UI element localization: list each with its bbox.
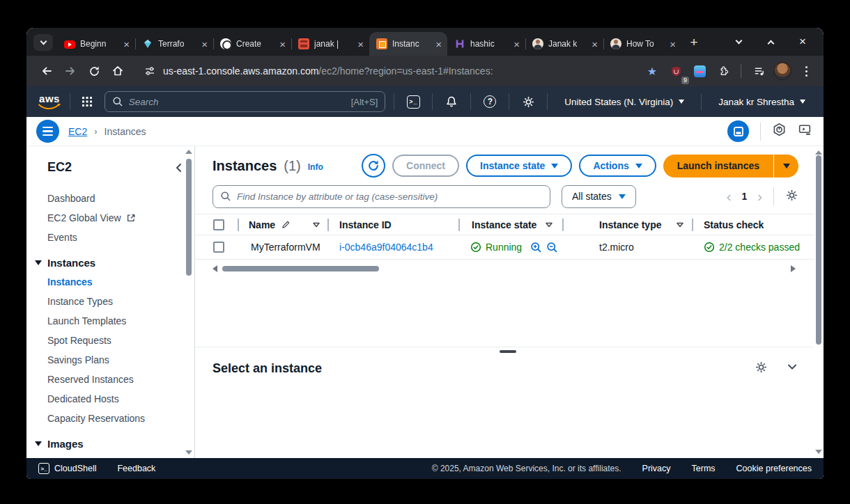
bookmark-star-icon[interactable]: ★ bbox=[642, 61, 663, 81]
column-header-instance-state[interactable]: Instance state bbox=[472, 214, 536, 235]
extension-icon[interactable] bbox=[689, 61, 710, 81]
account-menu[interactable]: Janak kr Shrestha bbox=[710, 97, 814, 107]
sidebar-item-dedicated-hosts[interactable]: Dedicated Hosts bbox=[47, 389, 194, 409]
tab-close-icon[interactable]: × bbox=[122, 39, 131, 49]
sidebar-item-launch-templates[interactable]: Launch Templates bbox=[47, 311, 194, 331]
browser-tab[interactable]: Beginn × bbox=[57, 32, 135, 56]
home-button[interactable] bbox=[107, 61, 128, 81]
hexagon-clock-icon[interactable] bbox=[772, 123, 787, 140]
tab-close-icon[interactable]: × bbox=[200, 39, 209, 49]
row-checkbox[interactable] bbox=[213, 235, 224, 259]
cookie-preferences-link[interactable]: Cookie preferences bbox=[736, 464, 812, 473]
sidebar-item-instance-types[interactable]: Instance Types bbox=[47, 292, 194, 311]
new-tab-button[interactable]: + bbox=[684, 33, 704, 52]
ublock-extension-icon[interactable]: 9 bbox=[665, 61, 686, 81]
launch-instances-dropdown[interactable] bbox=[773, 155, 798, 178]
aws-search-bar[interactable]: [Alt+S] bbox=[105, 91, 386, 112]
window-minimize-button[interactable] bbox=[732, 35, 745, 49]
tab-close-icon[interactable]: × bbox=[434, 39, 443, 49]
info-link[interactable]: Info bbox=[308, 162, 323, 172]
browser-menu-icon[interactable] bbox=[796, 61, 817, 81]
scroll-right-icon[interactable] bbox=[791, 265, 796, 272]
instance-table-row[interactable]: MyTerraformVM i-0cb46a9f04064c1b4 Runnin… bbox=[195, 235, 814, 260]
table-preferences-gear-icon[interactable] bbox=[785, 189, 798, 205]
menu-hamburger-icon[interactable] bbox=[36, 120, 59, 143]
help-icon[interactable]: ? bbox=[479, 95, 500, 108]
aws-logo[interactable]: aws bbox=[38, 94, 61, 110]
extensions-puzzle-icon[interactable] bbox=[713, 61, 734, 81]
breadcrumb-root-link[interactable]: EC2 bbox=[68, 126, 87, 137]
sort-icon[interactable] bbox=[311, 214, 322, 235]
sidebar-section-images[interactable]: Images bbox=[47, 434, 194, 453]
column-header-instance-id[interactable]: Instance ID bbox=[339, 214, 392, 235]
sort-icon[interactable] bbox=[543, 214, 555, 235]
browser-tab[interactable]: hashic × bbox=[447, 32, 525, 56]
scroll-up-icon[interactable] bbox=[185, 150, 192, 154]
select-all-checkbox[interactable] bbox=[213, 214, 224, 235]
sidebar-item-events[interactable]: Events bbox=[47, 228, 194, 247]
tab-close-icon[interactable]: × bbox=[278, 39, 287, 49]
browser-tab[interactable]: How To × bbox=[603, 32, 681, 56]
zoom-in-icon[interactable] bbox=[530, 242, 542, 253]
scrollbar-thumb[interactable] bbox=[816, 155, 821, 345]
tab-search-button[interactable] bbox=[33, 34, 53, 51]
scroll-down-icon[interactable] bbox=[185, 450, 192, 455]
window-close-button[interactable]: × bbox=[796, 35, 810, 49]
next-page-button[interactable]: › bbox=[757, 189, 762, 203]
scroll-down-icon[interactable] bbox=[815, 450, 822, 454]
tab-close-icon[interactable]: × bbox=[512, 39, 521, 49]
tab-close-icon[interactable]: × bbox=[590, 39, 599, 49]
scroll-left-icon[interactable] bbox=[212, 265, 217, 272]
region-selector[interactable]: United States (N. Virginia) bbox=[556, 97, 693, 107]
scroll-up-icon[interactable] bbox=[815, 150, 822, 155]
sidebar-collapse-icon[interactable] bbox=[173, 162, 185, 173]
scrollbar-thumb[interactable] bbox=[186, 159, 192, 276]
zoom-out-icon[interactable] bbox=[546, 242, 558, 253]
sidebar-item-spot-requests[interactable]: Spot Requests bbox=[47, 331, 194, 350]
state-filter-dropdown[interactable]: All states bbox=[562, 185, 636, 208]
terms-link[interactable]: Terms bbox=[692, 464, 716, 473]
sidebar-item-ec2-global-view[interactable]: EC2 Global View bbox=[47, 208, 194, 228]
notifications-bell-icon[interactable] bbox=[441, 95, 462, 108]
sidebar-item-capacity-reservations[interactable]: Capacity Reservations bbox=[47, 409, 194, 428]
cloudshell-icon[interactable]: >_ bbox=[403, 95, 424, 109]
settings-gear-icon[interactable] bbox=[518, 95, 539, 109]
panel-drag-handle[interactable] bbox=[500, 350, 516, 353]
privacy-link[interactable]: Privacy bbox=[642, 464, 671, 473]
forward-button[interactable] bbox=[60, 61, 81, 81]
connect-button[interactable]: Connect bbox=[392, 155, 459, 177]
tab-close-icon[interactable]: × bbox=[356, 39, 365, 49]
panel-expand-chevron-icon[interactable] bbox=[786, 361, 798, 376]
browser-tab[interactable]: Janak k × bbox=[525, 32, 603, 56]
sidebar-item-savings-plans[interactable]: Savings Plans bbox=[47, 350, 194, 370]
cloudshell-button[interactable]: >_ CloudShell bbox=[38, 463, 96, 474]
tab-close-icon[interactable]: × bbox=[668, 39, 677, 49]
sidebar-item-instances[interactable]: Instances bbox=[47, 272, 194, 292]
browser-tab[interactable]: Create × bbox=[213, 32, 291, 56]
vertical-scrollbar[interactable] bbox=[815, 148, 822, 456]
column-header-status-check[interactable]: Status check bbox=[704, 214, 764, 235]
reload-button[interactable] bbox=[84, 61, 105, 81]
browser-tab[interactable]: janak | × bbox=[291, 32, 369, 56]
profile-avatar[interactable] bbox=[772, 61, 793, 81]
actions-button[interactable]: Actions bbox=[579, 155, 656, 177]
panel-preferences-gear-icon[interactable] bbox=[755, 361, 768, 377]
browser-tab-active[interactable]: Instanc × bbox=[369, 32, 447, 56]
column-header-instance-type[interactable]: Instance type bbox=[599, 214, 661, 235]
horizontal-scrollbar[interactable] bbox=[212, 265, 796, 272]
reading-list-icon[interactable] bbox=[748, 61, 769, 81]
instance-id-link[interactable]: i-0cb46a9f04064c1b4 bbox=[339, 235, 433, 259]
remote-screen-icon[interactable] bbox=[798, 123, 812, 140]
instance-state-button[interactable]: Instance state bbox=[466, 155, 572, 177]
sort-icon[interactable] bbox=[674, 214, 686, 235]
aws-search-input[interactable] bbox=[129, 97, 346, 107]
sidebar-section-instances[interactable]: Instances bbox=[47, 253, 194, 272]
prev-page-button[interactable]: ‹ bbox=[727, 189, 732, 203]
column-header-name[interactable]: Name bbox=[249, 214, 291, 235]
browser-tab[interactable]: Terrafo × bbox=[135, 32, 213, 56]
sidebar-item-reserved-instances[interactable]: Reserved Instances bbox=[47, 370, 194, 389]
window-maximize-button[interactable] bbox=[764, 35, 778, 49]
address-bar[interactable]: us-east-1.console.aws.amazon.com/ec2/hom… bbox=[135, 60, 663, 82]
instance-filter-input[interactable] bbox=[237, 191, 543, 202]
services-grid-icon[interactable] bbox=[79, 95, 96, 108]
